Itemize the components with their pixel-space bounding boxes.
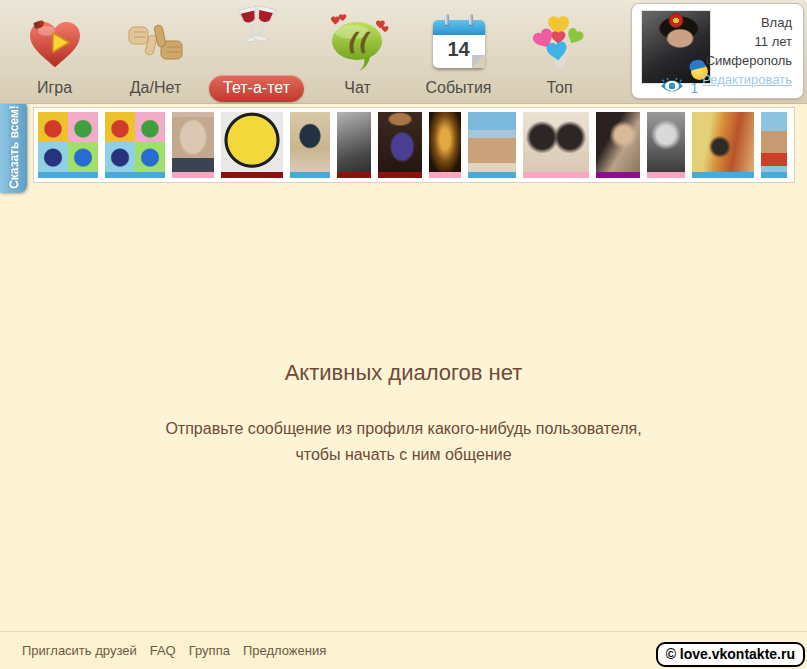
say-to-all-tab[interactable]: Сказать всем! bbox=[0, 100, 27, 193]
photo-thumbnail[interactable] bbox=[337, 112, 371, 178]
copyright-badge[interactable]: © love.vkontakte.ru bbox=[656, 642, 805, 667]
group-link[interactable]: Группа bbox=[189, 643, 230, 658]
empty-dialogs-message: Активных диалогов нет Отправьте сообщени… bbox=[0, 360, 807, 468]
tab-chat-label: Чат bbox=[344, 79, 371, 97]
suggestions-link[interactable]: Предложения bbox=[243, 643, 326, 658]
heart-play-icon bbox=[25, 9, 85, 79]
avatar[interactable] bbox=[641, 10, 711, 84]
empty-dialogs-line1: Отправьте сообщение из профиля какого-ни… bbox=[0, 416, 807, 442]
tab-yes-no[interactable]: Да/Нет bbox=[105, 0, 206, 104]
photo-thumbnail[interactable] bbox=[38, 112, 98, 178]
eye-icon bbox=[660, 78, 684, 98]
empty-dialogs-line2: чтобы начать с ним общение bbox=[0, 442, 807, 468]
photo-thumbnail[interactable] bbox=[429, 112, 461, 178]
profile-city: Симферополь bbox=[702, 51, 792, 70]
tab-game-label: Игра bbox=[37, 79, 72, 97]
tab-game[interactable]: Игра bbox=[4, 0, 105, 104]
faq-link[interactable]: FAQ bbox=[150, 643, 176, 658]
tab-events[interactable]: 14 События bbox=[408, 0, 509, 104]
tab-top[interactable]: Топ bbox=[509, 0, 610, 104]
profile-card: Влад 11 лет Симферополь Редактировать 1 bbox=[631, 3, 804, 99]
tab-top-label: Топ bbox=[546, 79, 572, 97]
tab-tete-a-tete-label: Тет-а-тет bbox=[209, 75, 304, 102]
photo-thumbnail[interactable] bbox=[378, 112, 422, 178]
photo-thumbnail[interactable] bbox=[692, 112, 754, 178]
say-to-all-label: Сказать всем! bbox=[7, 105, 21, 189]
photo-thumbnail[interactable] bbox=[523, 112, 589, 178]
tab-yes-no-label: Да/Нет bbox=[130, 79, 181, 97]
photo-thumbnail[interactable] bbox=[221, 112, 283, 178]
photo-thumbnail[interactable] bbox=[172, 112, 214, 178]
photo-thumbnail[interactable] bbox=[290, 112, 330, 178]
profile-name: Влад bbox=[702, 13, 792, 32]
views-count: 1 bbox=[691, 80, 699, 96]
photo-thumbnail[interactable] bbox=[105, 112, 165, 178]
wine-glasses-icon bbox=[226, 0, 288, 70]
photo-thumbnail[interactable] bbox=[647, 112, 685, 178]
club-crest-icon bbox=[669, 13, 684, 28]
tab-events-label: События bbox=[425, 79, 491, 97]
photo-thumbnail[interactable] bbox=[761, 112, 787, 178]
invite-friends-link[interactable]: Пригласить друзей bbox=[22, 643, 137, 658]
calendar-icon: 14 bbox=[433, 9, 485, 79]
profile-age: 11 лет bbox=[702, 32, 792, 51]
top-navigation-bar: Игра Да/Нет bbox=[0, 0, 807, 104]
empty-dialogs-title: Активных диалогов нет bbox=[0, 360, 807, 386]
edit-profile-link[interactable]: Редактировать bbox=[702, 70, 792, 89]
tab-tete-a-tete[interactable]: Тет-а-тет bbox=[206, 0, 307, 104]
photo-thumbnail[interactable] bbox=[468, 112, 516, 178]
tab-chat[interactable]: (( Чат bbox=[307, 0, 408, 104]
chat-bubble-icon: (( bbox=[326, 9, 390, 79]
hearts-bouquet-icon bbox=[532, 9, 588, 79]
nav-tabs: Игра Да/Нет bbox=[4, 0, 610, 104]
photo-thumbnail[interactable] bbox=[596, 112, 640, 178]
user-photo-strip bbox=[33, 107, 795, 183]
thumbs-up-down-icon bbox=[123, 9, 189, 79]
svg-text:((: (( bbox=[346, 28, 371, 56]
